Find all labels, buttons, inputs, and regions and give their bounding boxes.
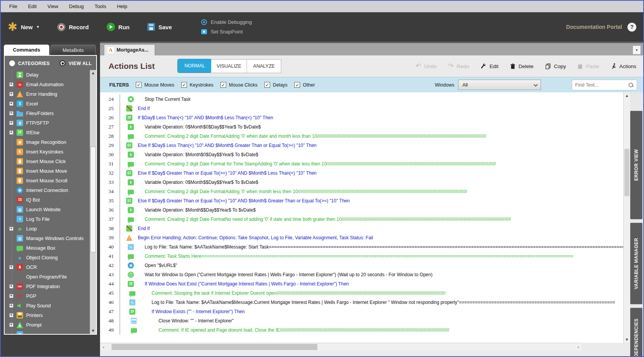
sidebar-tab-commands[interactable]: Commands [4,45,49,55]
list-vertical-scrollbar[interactable]: ▲ ▼ [623,92,630,343]
action-row[interactable]: 33$Variable Operation: 0$Month$$Day$$Yea… [100,178,623,187]
sidebar-item-insert-keystrokes[interactable]: KInsert Keystrokes [6,147,90,157]
sidebar-item-message-box[interactable]: Message Box [6,243,90,253]
action-row[interactable]: 38End If [100,224,623,233]
action-row[interactable]: 43Wait for Window to Open ("Current Mort… [100,270,623,279]
sidebar-item-if-else[interactable]: IFIf/Else [6,128,90,137]
windows-dropdown[interactable]: All [458,80,541,90]
action-row[interactable]: 26IFIf $Day$ Less Than(<) "10" AND $Mont… [100,113,623,122]
list-horizontal-scrollbar[interactable]: ‹ › [100,343,582,351]
expand-plus-icon[interactable] [9,294,13,298]
sidebar-item-error-handling[interactable]: !Error Handling [6,89,90,99]
action-row[interactable]: 45Comment: Stooping the task if Internet… [100,289,623,298]
filter-checkbox-mouse-moves[interactable]: ✓Mouse Moves [136,82,174,88]
action-row[interactable]: 34Comment: Creating 2 digit Date FormatA… [100,187,623,196]
sidebar-item-internet-connection[interactable]: ⊕Internet Connection [6,185,90,195]
expand-plus-icon[interactable] [9,121,13,125]
tab-list-dropdown[interactable]: ▼ [632,45,641,55]
set-snappoint-button[interactable]: Set SnapPoint [201,29,252,35]
action-row[interactable]: 36$Variable Operation: $Month$$Day$$Year… [100,205,623,215]
scroll-up-arrow[interactable]: ▲ [625,92,629,99]
side-tab-variable-manager[interactable]: VARIABLE MANAGER [630,223,642,304]
filter-checkbox-delays[interactable]: ✓Delays [264,82,287,88]
scroll-right-arrow[interactable]: › [575,345,582,349]
document-tab[interactable]: A MortgageAs... [104,44,155,55]
menu-item-edit[interactable]: Edit [23,2,41,11]
scroll-track[interactable] [107,343,575,351]
sidebar-scrollbar[interactable]: ▲ ▼ [90,70,96,334]
expand-plus-icon[interactable] [9,284,13,289]
sidebar-item-log-to-file[interactable]: ✎Log To File [6,214,90,224]
menu-item-tools[interactable]: Tools [90,2,111,11]
scroll-track[interactable] [90,76,96,328]
expand-plus-icon[interactable] [9,313,13,317]
sidebar-item-pgp[interactable]: PGP [6,291,90,301]
sidebar-item-ftp-sftp[interactable]: ≡FTP/SFTP [6,118,90,128]
action-row[interactable]: 44IFIf Window Does Not Exist ("Current M… [100,279,623,289]
documentation-portal-link[interactable]: Documentation Portal [566,24,622,30]
actions-button[interactable]: Actions [611,63,636,69]
expand-plus-icon[interactable] [9,130,13,135]
action-row[interactable]: 27$Variable Operation: 0$Month$0$Day$$Ye… [100,122,623,132]
scroll-down-arrow[interactable]: ▼ [625,336,629,343]
action-row[interactable]: 29EIElse If $Day$ Less Than(<) "10" AND … [100,141,623,150]
scroll-up-arrow[interactable]: ▲ [91,70,95,76]
scroll-left-arrow[interactable]: ‹ [100,345,107,349]
menu-item-file[interactable]: File [5,2,22,11]
filter-checkbox-keystrokes[interactable]: ✓Keystrokes [181,82,214,88]
action-row[interactable]: 28Comment: Creating 2 digit Date FormatA… [100,132,623,141]
expand-plus-icon[interactable] [9,102,13,106]
side-tab-error-view[interactable]: ERROR VIEW [630,111,642,219]
enable-debugging-button[interactable]: Enable Debugging [201,19,252,25]
scroll-thumb[interactable] [90,147,96,252]
action-row[interactable]: 39!Begin Error Handling; Action: Continu… [100,233,623,242]
filter-checkbox-other[interactable]: ✓Other [294,82,315,88]
action-row[interactable]: 31Comment: Creating 2 digit Date Format … [100,159,623,168]
sidebar-item-object-cloning[interactable]: ◈Object Cloning [6,253,90,262]
copy-button[interactable]: Copy [545,63,566,69]
sidebar-item-play-sound[interactable]: Play Sound [6,301,90,310]
sidebar-item-launch-website[interactable]: ▤Launch Website [6,205,90,214]
sidebar-item-insert-mouse-scroll[interactable]: Insert Mouse Scroll [6,176,90,185]
scroll-thumb[interactable] [112,344,317,350]
save-button[interactable]: Save [147,23,172,31]
action-row[interactable]: 35EIElse If $Day$ Greater Than or Equal … [100,196,623,205]
search-icon[interactable] [628,82,634,88]
expand-plus-icon[interactable] [9,227,13,231]
sidebar-item-image-recognition[interactable]: ▦Image Recognition [6,137,90,147]
action-row[interactable]: 30$Variable Operation: $Month$0$Day$$Yea… [100,150,623,159]
action-row[interactable]: 40✎Log to File: Task Name: $AATaskName$M… [100,242,623,252]
expand-plus-icon[interactable] [9,323,13,327]
expand-plus-icon[interactable] [9,82,13,87]
sidebar-item-files-folders[interactable]: Files/Folders [6,108,90,118]
view-button-analyze[interactable]: ANALYZE [247,60,281,73]
expand-plus-icon[interactable] [9,92,13,96]
sidebar-tab-metabots[interactable]: MetaBots [50,45,96,55]
sidebar-item-iq-bot[interactable]: IQIQ Bot [6,195,90,205]
sidebar-item-pdf-integration[interactable]: PDFPDF Integration [6,282,90,291]
delete-button[interactable]: Delete [510,63,534,69]
help-icon[interactable]: ? [627,23,636,32]
action-row[interactable]: 32EIElse If $Day$ Greater Than or Equal … [100,168,623,178]
radio-view-all[interactable]: VIEW ALL [60,60,92,66]
action-row[interactable]: 25End If [100,104,623,113]
sidebar-item-email-automation[interactable]: ✉Email Automation [6,80,90,89]
scroll-track[interactable] [624,99,630,336]
filter-checkbox-mouse-clicks[interactable]: ✓Mouse Clicks [220,82,257,88]
menu-item-view[interactable]: View [43,2,63,11]
sidebar-item-delay[interactable]: Delay [6,70,90,80]
record-button[interactable]: Record [57,23,89,31]
sidebar-item-open-program-file[interactable]: Open Program/File [6,272,90,282]
scroll-down-arrow[interactable]: ▼ [91,328,95,334]
menu-item-help[interactable]: Help [112,2,132,11]
run-button[interactable]: Run [107,23,130,31]
expand-plus-icon[interactable] [9,111,13,115]
expand-plus-icon[interactable] [9,265,13,269]
action-row[interactable]: 42⊕Open "$vURL$" [100,261,623,270]
new-dropdown-arrow[interactable]: ▼ [36,25,40,29]
sidebar-item-insert-mouse-move[interactable]: Insert Mouse Move [6,166,90,176]
view-button-visualize[interactable]: VISUALIZE [211,60,247,73]
action-row[interactable]: 41Comment: Task Starts Here=============… [100,252,623,261]
action-row[interactable]: 48Close Window: "" - Internet Explorer" [100,316,623,325]
sidebar-item-printers[interactable]: Printers [6,310,90,320]
